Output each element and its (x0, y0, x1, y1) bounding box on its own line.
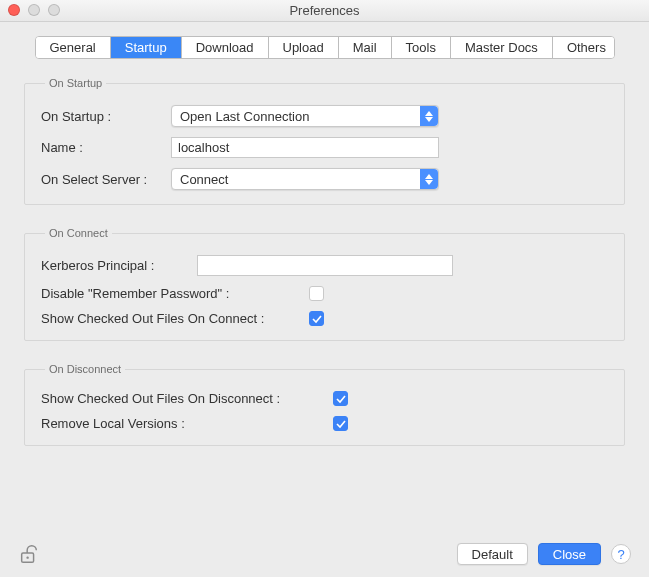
kerberos-input[interactable] (197, 255, 453, 276)
on-select-server-select[interactable]: Connect (171, 168, 439, 190)
group-on-connect-legend: On Connect (45, 227, 112, 239)
zoom-window-icon (48, 4, 60, 16)
footer: Default Close ? (18, 543, 631, 565)
chevron-up-down-icon (420, 106, 438, 126)
svg-point-1 (26, 556, 28, 558)
help-button[interactable]: ? (611, 544, 631, 564)
show-checked-out-on-connect-label: Show Checked Out Files On Connect : (41, 311, 309, 326)
default-button[interactable]: Default (457, 543, 528, 565)
window-title: Preferences (289, 3, 359, 18)
on-startup-select[interactable]: Open Last Connection (171, 105, 439, 127)
tab-master-docs[interactable]: Master Docs (451, 37, 553, 58)
lock-open-icon[interactable] (18, 543, 40, 565)
remove-local-versions-checkbox[interactable] (333, 416, 348, 431)
tab-bar: General Startup Download Upload Mail Too… (35, 36, 615, 59)
tab-others[interactable]: Others (553, 37, 615, 58)
on-select-server-value: Connect (180, 172, 228, 187)
disable-remember-password-label: Disable "Remember Password" : (41, 286, 309, 301)
title-bar: Preferences (0, 0, 649, 22)
tab-upload[interactable]: Upload (269, 37, 339, 58)
chevron-up-down-icon (420, 169, 438, 189)
minimize-window-icon (28, 4, 40, 16)
disable-remember-password-checkbox[interactable] (309, 286, 324, 301)
kerberos-label: Kerberos Principal : (41, 258, 197, 273)
group-on-startup: On Startup On Startup : Open Last Connec… (24, 77, 625, 205)
on-startup-select-value: Open Last Connection (180, 109, 309, 124)
show-checked-out-on-disconnect-label: Show Checked Out Files On Disconnect : (41, 391, 333, 406)
group-on-connect: On Connect Kerberos Principal : Disable … (24, 227, 625, 341)
traffic-lights (8, 4, 60, 16)
on-select-server-label: On Select Server : (41, 172, 171, 187)
tab-general[interactable]: General (36, 37, 111, 58)
name-label: Name : (41, 140, 171, 155)
group-on-disconnect: On Disconnect Show Checked Out Files On … (24, 363, 625, 446)
on-startup-label: On Startup : (41, 109, 171, 124)
help-icon: ? (617, 547, 624, 562)
tab-mail[interactable]: Mail (339, 37, 392, 58)
tab-download[interactable]: Download (182, 37, 269, 58)
show-checked-out-on-connect-checkbox[interactable] (309, 311, 324, 326)
group-on-disconnect-legend: On Disconnect (45, 363, 125, 375)
close-button[interactable]: Close (538, 543, 601, 565)
show-checked-out-on-disconnect-checkbox[interactable] (333, 391, 348, 406)
name-input[interactable] (171, 137, 439, 158)
tab-startup[interactable]: Startup (111, 37, 182, 58)
close-window-icon[interactable] (8, 4, 20, 16)
remove-local-versions-label: Remove Local Versions : (41, 416, 333, 431)
group-on-startup-legend: On Startup (45, 77, 106, 89)
tab-tools[interactable]: Tools (392, 37, 451, 58)
